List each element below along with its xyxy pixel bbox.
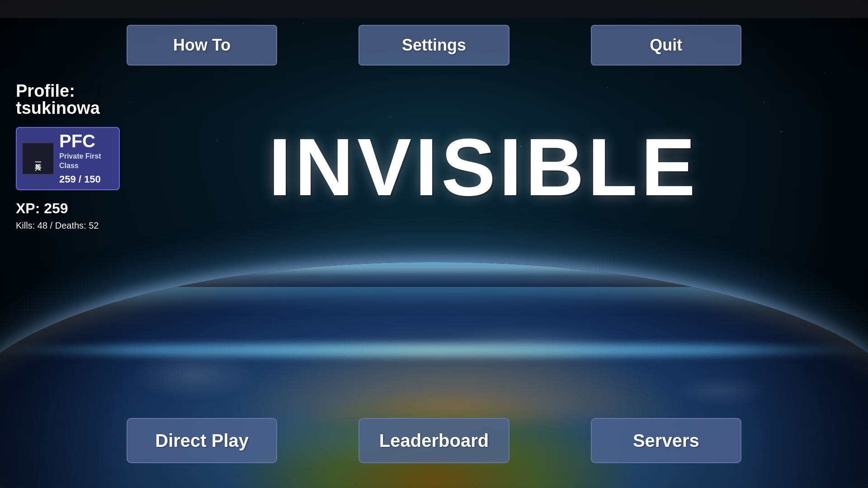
servers-button[interactable]: Servers [591,418,741,463]
stats-section: XP: 259 Kills: 48 / Deaths: 52 [16,200,120,231]
settings-button[interactable]: Settings [359,25,509,66]
profile-label: Profile: [16,81,120,101]
rank-full-name: Private First Class [59,152,101,171]
rank-emblem: 一等兵 [22,143,54,174]
top-nav: How To Settings Quit [127,25,741,66]
top-bar [0,0,868,18]
game-title-container: INVISIBLE [136,127,832,208]
profile-username: tsukinowa [16,99,120,118]
leaderboard-button[interactable]: Leaderboard [359,418,509,463]
bottom-nav: Direct Play Leaderboard Servers [127,418,741,463]
direct-play-button[interactable]: Direct Play [127,418,277,463]
howto-button[interactable]: How To [127,25,277,66]
rank-xp-display: 259 / 150 [59,174,101,185]
rank-card: 一等兵 PFC Private First Class 259 / 150 [16,127,120,190]
profile-section: Profile: tsukinowa 一等兵 PFC Private First… [16,81,120,231]
main-content: How To Settings Quit Profile: tsukinowa … [0,0,868,488]
rank-info: PFC Private First Class 259 / 150 [59,132,101,185]
kills-deaths-display: Kills: 48 / Deaths: 52 [16,221,120,231]
quit-button[interactable]: Quit [591,25,741,66]
game-title: INVISIBLE [269,127,699,208]
xp-display: XP: 259 [16,200,120,217]
rank-abbreviation: PFC [59,132,101,150]
